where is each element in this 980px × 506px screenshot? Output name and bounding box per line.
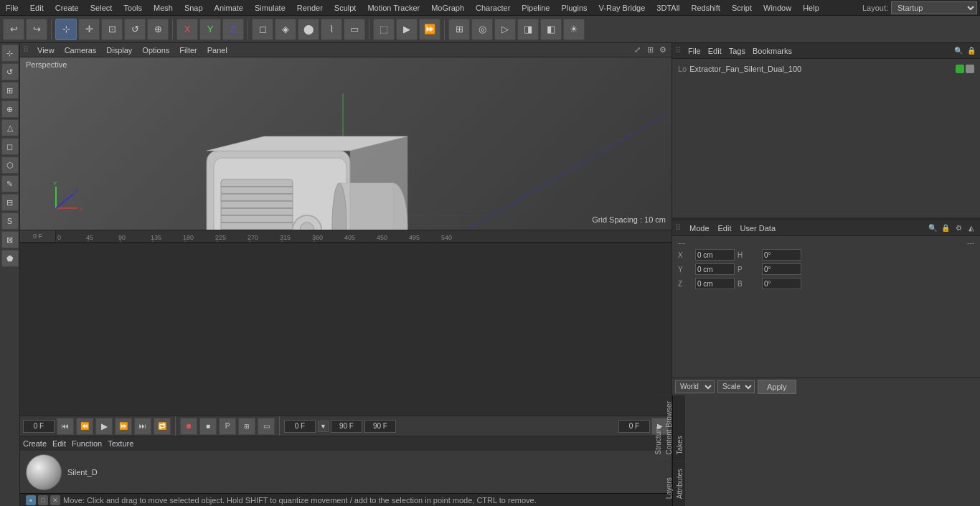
vp-menu-view[interactable]: View bbox=[33, 45, 59, 55]
x-axis-button[interactable]: X bbox=[176, 19, 198, 40]
select-tool-button[interactable]: ⊹ bbox=[55, 19, 77, 40]
end-frame-input[interactable] bbox=[331, 420, 362, 433]
menu-simulate[interactable]: Simulate bbox=[249, 2, 291, 14]
stop-btn[interactable]: ■ bbox=[199, 418, 217, 435]
menu-redshift[interactable]: Redshift bbox=[686, 2, 726, 14]
edge-mode-button[interactable]: ⌇ bbox=[321, 19, 342, 40]
tab-structure[interactable]: Structure bbox=[653, 395, 664, 460]
b-rot-input[interactable] bbox=[762, 278, 801, 289]
attr-settings-icon[interactable]: ⚙ bbox=[953, 222, 964, 234]
menu-character[interactable]: Character bbox=[470, 2, 516, 14]
viewport-3d[interactable]: X Y Z Perspective Grid Spacing : 10 cm bbox=[20, 57, 672, 230]
left-tool-11[interactable]: ⊠ bbox=[1, 231, 19, 248]
om-lock-icon[interactable]: 🔒 bbox=[966, 45, 977, 57]
menu-mesh[interactable]: Mesh bbox=[148, 2, 179, 14]
z-axis-button[interactable]: Z bbox=[222, 19, 244, 40]
mode-btn[interactable]: ▭ bbox=[258, 418, 275, 435]
material-preview[interactable] bbox=[26, 454, 62, 490]
om-edit[interactable]: Edit bbox=[705, 46, 725, 56]
attr-edit[interactable]: Edit bbox=[715, 223, 735, 233]
loop-btn[interactable]: 🔁 bbox=[154, 418, 171, 435]
menu-plugins[interactable]: Plugins bbox=[555, 2, 593, 14]
next-frame-btn[interactable]: ⏭ bbox=[134, 418, 151, 435]
render-region-button[interactable]: ⬚ bbox=[373, 19, 395, 40]
status-icon-1[interactable]: ● bbox=[26, 495, 36, 505]
left-tool-8[interactable]: ✎ bbox=[1, 175, 19, 192]
menu-window[interactable]: Window bbox=[758, 2, 797, 14]
left-tool-6[interactable]: ◻ bbox=[1, 138, 19, 155]
left-tool-12[interactable]: ⬟ bbox=[1, 250, 19, 267]
auto-key-btn[interactable]: P bbox=[219, 418, 236, 435]
move-tool-button[interactable]: ✛ bbox=[78, 19, 100, 40]
current-frame-input[interactable] bbox=[23, 420, 55, 433]
menu-help[interactable]: Help bbox=[797, 2, 825, 14]
left-tool-10[interactable]: S bbox=[1, 212, 19, 230]
attr-user-data[interactable]: User Data bbox=[738, 223, 779, 233]
prev-frame-btn[interactable]: ⏮ bbox=[57, 418, 74, 435]
attr-search-icon[interactable]: 🔍 bbox=[927, 222, 938, 234]
world-dropdown[interactable]: World Object bbox=[675, 380, 715, 393]
menu-motion-tracker[interactable]: Motion Tracker bbox=[362, 2, 425, 14]
redo-button[interactable]: ↪ bbox=[26, 19, 47, 40]
h-rot-input[interactable] bbox=[762, 249, 801, 261]
menu-sculpt[interactable]: Sculpt bbox=[329, 2, 362, 14]
transform-tool-button[interactable]: ⊕ bbox=[147, 19, 169, 40]
y-pos-input[interactable] bbox=[695, 263, 735, 275]
mat-edit[interactable]: Edit bbox=[52, 439, 66, 448]
undo-button[interactable]: ↩ bbox=[3, 19, 24, 40]
menu-pipeline[interactable]: Pipeline bbox=[516, 2, 555, 14]
menu-script[interactable]: Script bbox=[726, 2, 758, 14]
tab-layers[interactable]: Layers bbox=[664, 461, 674, 506]
grid-button[interactable]: ⊞ bbox=[448, 19, 470, 40]
start-frame-input[interactable] bbox=[284, 420, 316, 433]
x-pos-input[interactable] bbox=[695, 249, 735, 261]
mat-function[interactable]: Function bbox=[72, 439, 102, 448]
menu-mograph[interactable]: MoGraph bbox=[425, 2, 470, 14]
menu-animate[interactable]: Animate bbox=[209, 2, 249, 14]
frame-display[interactable] bbox=[618, 420, 650, 433]
left-tool-5[interactable]: △ bbox=[1, 119, 19, 136]
left-tool-3[interactable]: ⊞ bbox=[1, 82, 19, 99]
left-tool-7[interactable]: ⬡ bbox=[1, 156, 19, 174]
key-btn[interactable]: ⊞ bbox=[238, 418, 255, 435]
attr-mode[interactable]: Mode bbox=[687, 223, 712, 233]
menu-create[interactable]: Create bbox=[50, 2, 85, 14]
menu-render[interactable]: Render bbox=[291, 2, 329, 14]
menu-3dtall[interactable]: 3DTAll bbox=[651, 2, 685, 14]
vp-layout-icon[interactable]: ⊞ bbox=[644, 44, 656, 56]
menu-vray[interactable]: V-Ray Bridge bbox=[593, 2, 651, 14]
mat-texture[interactable]: Texture bbox=[108, 439, 133, 448]
om-object-item[interactable]: Lo Extractor_Fan_Silent_Dual_100 bbox=[675, 62, 977, 76]
timeline-tracks[interactable] bbox=[20, 243, 672, 416]
tab-content-browser[interactable]: Content Browser bbox=[664, 395, 674, 460]
vp-menu-cameras[interactable]: Cameras bbox=[60, 45, 101, 55]
camera-button[interactable]: ▷ bbox=[494, 19, 516, 40]
menu-file[interactable]: File bbox=[0, 2, 24, 14]
vp-menu-filter[interactable]: Filter bbox=[175, 45, 201, 55]
vp-menu-panel[interactable]: Panel bbox=[203, 45, 232, 55]
point-mode-button[interactable]: ⬤ bbox=[298, 19, 319, 40]
status-icon-3[interactable]: ✕ bbox=[50, 495, 60, 505]
status-icon-2[interactable]: □ bbox=[38, 495, 48, 505]
vp-menu-display[interactable]: Display bbox=[102, 45, 136, 55]
snap-button[interactable]: ◎ bbox=[471, 19, 493, 40]
tab-attributes[interactable]: Attributes bbox=[674, 461, 685, 506]
menu-select[interactable]: Select bbox=[85, 2, 118, 14]
vp-maximize-icon[interactable]: ⤢ bbox=[631, 44, 643, 56]
render-active-button[interactable]: ▶ bbox=[396, 19, 418, 40]
om-file[interactable]: File bbox=[685, 46, 704, 56]
menu-snap[interactable]: Snap bbox=[179, 2, 209, 14]
record-btn[interactable]: ⏺ bbox=[180, 418, 197, 435]
om-tags[interactable]: Tags bbox=[726, 46, 748, 56]
play-btn[interactable]: ▶ bbox=[95, 418, 113, 435]
om-bookmarks[interactable]: Bookmarks bbox=[750, 46, 795, 56]
step-forward-btn[interactable]: ⏩ bbox=[115, 418, 132, 435]
texture-mode-button[interactable]: ◈ bbox=[275, 19, 296, 40]
rotate-tool-button[interactable]: ↺ bbox=[124, 19, 146, 40]
p-rot-input[interactable] bbox=[762, 263, 801, 275]
menu-tools[interactable]: Tools bbox=[118, 2, 148, 14]
layout-dropdown[interactable]: Startup bbox=[891, 1, 977, 14]
vp-settings-icon[interactable]: ⚙ bbox=[657, 44, 669, 56]
apply-button[interactable]: Apply bbox=[758, 380, 796, 394]
om-search-icon[interactable]: 🔍 bbox=[953, 45, 964, 57]
